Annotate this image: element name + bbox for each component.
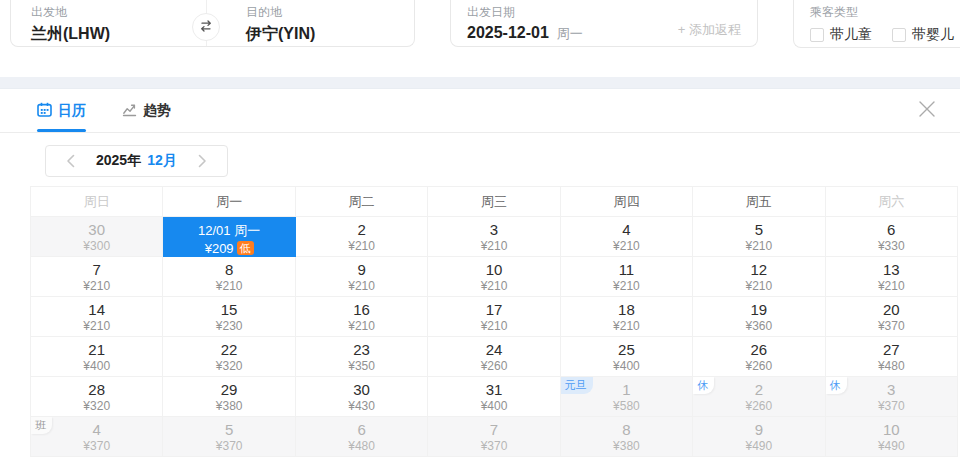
date-cell[interactable]: 12/01 周一¥209低 bbox=[163, 217, 295, 257]
with-children-label: 带儿童 bbox=[830, 26, 872, 44]
price-label: ¥210 bbox=[561, 319, 692, 334]
date-cell[interactable]: 28¥320 bbox=[31, 377, 163, 417]
day-label: 16 bbox=[296, 300, 427, 319]
search-bar: 出发地 兰州(LHW) 目的地 伊宁(YIN) 出发日期 2025-12-01 … bbox=[0, 0, 960, 77]
day-label: 10 bbox=[826, 420, 957, 439]
date-cell[interactable]: 26¥260 bbox=[693, 337, 825, 377]
with-children-option[interactable]: 带儿童 bbox=[810, 26, 872, 44]
next-month-button[interactable] bbox=[193, 151, 213, 171]
date-cell[interactable]: 休2¥260 bbox=[693, 377, 825, 417]
day-label: 6 bbox=[826, 220, 957, 239]
date-cell[interactable]: 11¥210 bbox=[561, 257, 693, 297]
close-panel-button[interactable] bbox=[916, 100, 938, 122]
date-cell[interactable]: 5¥370 bbox=[163, 417, 295, 457]
calendar-week-row: 28¥32029¥38030¥43031¥400元旦1¥580休2¥260休3¥… bbox=[31, 377, 958, 417]
date-cell[interactable]: 27¥480 bbox=[826, 337, 958, 377]
date-cell[interactable]: 8¥210 bbox=[163, 257, 295, 297]
tab-trend-label: 趋势 bbox=[143, 102, 171, 120]
date-cell[interactable]: 22¥320 bbox=[163, 337, 295, 377]
price-label: ¥330 bbox=[826, 239, 957, 254]
date-cell[interactable]: 17¥210 bbox=[428, 297, 560, 337]
date-cell[interactable]: 3¥210 bbox=[428, 217, 560, 257]
date-cell[interactable]: 2¥210 bbox=[296, 217, 428, 257]
price-label: ¥210 bbox=[296, 279, 427, 294]
calendar-icon bbox=[37, 102, 52, 120]
month-navigator: 2025年 12月 bbox=[45, 145, 228, 177]
price-label: ¥480 bbox=[296, 439, 427, 454]
date-cell[interactable]: 12¥210 bbox=[693, 257, 825, 297]
date-cell[interactable]: 24¥260 bbox=[428, 337, 560, 377]
date-cell[interactable]: 8¥380 bbox=[561, 417, 693, 457]
rest-corner-badge: 休 bbox=[826, 377, 847, 394]
date-cell[interactable]: 5¥210 bbox=[693, 217, 825, 257]
destination-value: 伊宁(YIN) bbox=[246, 24, 315, 45]
price-label: ¥210 bbox=[561, 239, 692, 254]
day-label: 21 bbox=[31, 340, 162, 359]
date-cell[interactable]: 20¥370 bbox=[826, 297, 958, 337]
date-cell[interactable]: 9¥210 bbox=[296, 257, 428, 297]
date-cell[interactable]: 21¥400 bbox=[31, 337, 163, 377]
price-label: ¥320 bbox=[31, 399, 162, 414]
with-infants-label: 带婴儿 bbox=[912, 26, 954, 44]
date-cell[interactable]: 13¥210 bbox=[826, 257, 958, 297]
date-cell[interactable]: 7¥210 bbox=[31, 257, 163, 297]
day-label: 28 bbox=[31, 380, 162, 399]
price-label: ¥370 bbox=[826, 319, 957, 334]
add-return-button[interactable]: + 添加返程 bbox=[678, 21, 741, 39]
destination-field[interactable]: 目的地 伊宁(YIN) bbox=[246, 4, 315, 45]
date-cell[interactable]: 休3¥370 bbox=[826, 377, 958, 417]
price-label: ¥210 bbox=[693, 279, 824, 294]
price-label: ¥260 bbox=[428, 359, 559, 374]
date-cell[interactable]: 6¥480 bbox=[296, 417, 428, 457]
date-cell[interactable]: 31¥400 bbox=[428, 377, 560, 417]
date-cell[interactable]: 23¥350 bbox=[296, 337, 428, 377]
calendar-week-row: 14¥21015¥23016¥21017¥21018¥21019¥36020¥3… bbox=[31, 297, 958, 337]
weekday-header: 周六 bbox=[826, 187, 958, 217]
date-cell[interactable]: 元旦1¥580 bbox=[561, 377, 693, 417]
date-cell[interactable]: 16¥210 bbox=[296, 297, 428, 337]
price-label: ¥360 bbox=[693, 319, 824, 334]
price-label: ¥580 bbox=[561, 399, 692, 414]
depart-date-field[interactable]: 出发日期 2025-12-01 周一 bbox=[467, 4, 583, 43]
price-label: ¥260 bbox=[693, 399, 824, 414]
day-label: 9 bbox=[693, 420, 824, 439]
date-cell[interactable]: 29¥380 bbox=[163, 377, 295, 417]
work-corner-badge: 班 bbox=[31, 417, 52, 434]
tab-trend[interactable]: 趋势 bbox=[122, 89, 171, 132]
weekday-header: 周二 bbox=[296, 187, 428, 217]
calendar-week-row: 7¥2108¥2109¥21010¥21011¥21012¥21013¥210 bbox=[31, 257, 958, 297]
price-label: ¥210 bbox=[428, 319, 559, 334]
price-label: ¥370 bbox=[31, 439, 162, 454]
with-infants-checkbox[interactable] bbox=[892, 28, 906, 42]
day-label: 15 bbox=[163, 300, 294, 319]
day-label: 5 bbox=[693, 220, 824, 239]
date-cell[interactable]: 4¥210 bbox=[561, 217, 693, 257]
date-cell[interactable]: 10¥490 bbox=[826, 417, 958, 457]
date-cell[interactable]: 9¥490 bbox=[693, 417, 825, 457]
day-label: 13 bbox=[826, 260, 957, 279]
date-cell[interactable]: 14¥210 bbox=[31, 297, 163, 337]
departure-field[interactable]: 出发地 兰州(LHW) bbox=[31, 4, 110, 45]
date-cell[interactable]: 15¥230 bbox=[163, 297, 295, 337]
date-cell[interactable]: 25¥400 bbox=[561, 337, 693, 377]
day-label: 11 bbox=[561, 260, 692, 279]
with-children-checkbox[interactable] bbox=[810, 28, 824, 42]
date-cell[interactable]: 10¥210 bbox=[428, 257, 560, 297]
date-cell[interactable]: 6¥330 bbox=[826, 217, 958, 257]
date-cell[interactable]: 30¥300 bbox=[31, 217, 163, 257]
day-label: 14 bbox=[31, 300, 162, 319]
date-cell[interactable]: 班4¥370 bbox=[31, 417, 163, 457]
date-cell[interactable]: 19¥360 bbox=[693, 297, 825, 337]
prev-month-button[interactable] bbox=[60, 151, 80, 171]
with-infants-option[interactable]: 带婴儿 bbox=[892, 26, 954, 44]
date-cell[interactable]: 30¥430 bbox=[296, 377, 428, 417]
swap-cities-button[interactable] bbox=[192, 13, 220, 41]
date-cell[interactable]: 18¥210 bbox=[561, 297, 693, 337]
weekday-header-row: 周日周一周二周三周四周五周六 bbox=[31, 187, 958, 217]
day-label: 22 bbox=[163, 340, 294, 359]
day-label: 12 bbox=[693, 260, 824, 279]
price-label: ¥210 bbox=[296, 239, 427, 254]
date-cell[interactable]: 7¥370 bbox=[428, 417, 560, 457]
tab-calendar[interactable]: 日历 bbox=[37, 89, 86, 132]
day-label: 9 bbox=[296, 260, 427, 279]
